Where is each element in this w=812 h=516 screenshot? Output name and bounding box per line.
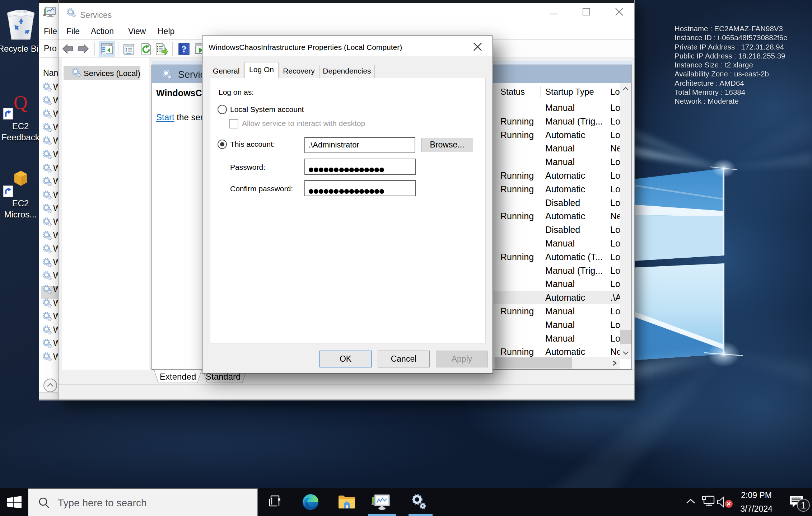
svg-text:?: ? [182, 44, 187, 55]
svg-text:1: 1 [801, 500, 806, 511]
svg-text:Extended: Extended [160, 372, 196, 381]
